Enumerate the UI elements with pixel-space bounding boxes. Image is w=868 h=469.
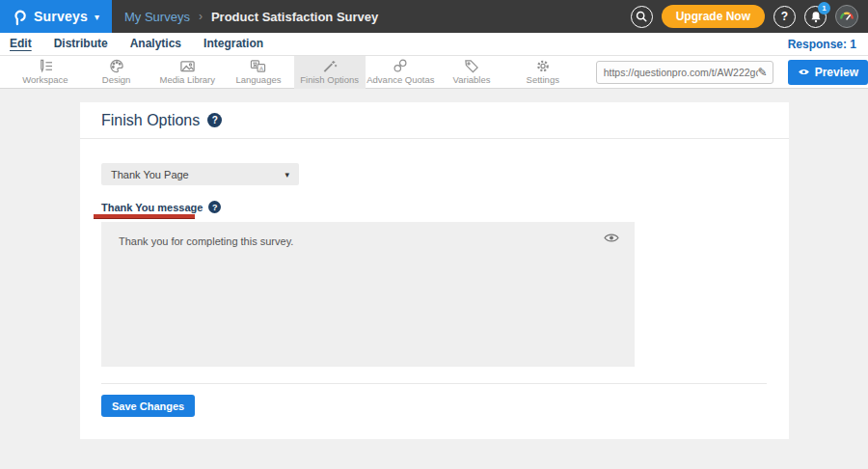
advance-quotas-icon <box>393 59 408 73</box>
notification-count-badge: 1 <box>818 2 830 14</box>
variables-icon <box>464 59 479 73</box>
preview-button[interactable]: Preview <box>788 60 868 85</box>
tab-variables[interactable]: Variables <box>436 56 507 89</box>
tab-languages[interactable]: A Languages <box>223 56 294 89</box>
user-avatar[interactable] <box>835 5 858 28</box>
edit-toolbar: Workspace Design Media Library A <box>0 56 868 89</box>
response-count[interactable]: Response: 1 <box>788 38 856 51</box>
preview-message-eye-icon[interactable] <box>604 230 619 247</box>
tab-integration[interactable]: Integration <box>203 37 263 51</box>
media-library-icon <box>179 59 196 73</box>
thank-you-message-help-icon[interactable]: ? <box>208 201 221 213</box>
chevron-down-icon: ▾ <box>95 12 99 22</box>
survey-url-field[interactable]: https://questionpro.com/t/AW222goC ✎ <box>596 61 773 84</box>
survey-nav: Edit Distribute Analytics Integration Re… <box>0 33 868 56</box>
thank-you-message-label: Thank You message <box>101 202 203 213</box>
thank-you-message-editor[interactable]: Thank you for completing this survey. <box>101 222 635 367</box>
breadcrumb-my-surveys[interactable]: My Surveys <box>124 10 190 24</box>
search-icon <box>636 11 647 22</box>
breadcrumb: My Surveys › Product Satisfaction Survey <box>124 10 378 24</box>
help-button[interactable]: ? <box>773 6 796 28</box>
tab-analytics[interactable]: Analytics <box>130 37 181 51</box>
settings-icon <box>535 59 551 73</box>
finish-type-selected-value: Thank You Page <box>111 169 189 180</box>
search-button[interactable] <box>631 6 653 28</box>
tab-distribute[interactable]: Distribute <box>54 37 108 51</box>
finish-options-help-icon[interactable]: ? <box>207 113 222 127</box>
design-icon <box>109 59 124 73</box>
finish-options-panel: Finish Options ? Thank You Page ▾ Thank … <box>80 102 789 439</box>
upgrade-now-button[interactable]: Upgrade Now <box>662 5 765 28</box>
tab-edit[interactable]: Edit <box>10 37 32 51</box>
workspace-icon <box>38 59 53 73</box>
survey-url-text: https://questionpro.com/t/AW222goC <box>604 67 758 78</box>
tab-finish-options[interactable]: Finish Options <box>294 56 366 89</box>
notifications-button[interactable]: 1 <box>804 6 827 28</box>
finish-type-select[interactable]: Thank You Page ▾ <box>101 163 299 185</box>
divider <box>101 383 767 384</box>
languages-icon: A <box>250 59 266 73</box>
tab-settings[interactable]: Settings <box>507 56 579 89</box>
chevron-down-icon: ▾ <box>285 170 289 179</box>
header-actions: Upgrade Now ? 1 <box>631 5 868 28</box>
gauge-icon <box>837 7 856 26</box>
breadcrumb-separator: › <box>199 10 203 23</box>
edit-url-icon[interactable]: ✎ <box>758 66 768 79</box>
thank-you-message-label-row: Thank You message ? <box>101 201 221 213</box>
product-label: Surveys <box>34 9 88 24</box>
tab-advance-quotas[interactable]: Advance Quotas <box>366 56 437 89</box>
product-switcher[interactable]: Surveys ▾ <box>0 0 112 33</box>
tab-design[interactable]: Design <box>81 56 152 89</box>
panel-header: Finish Options ? <box>80 102 789 139</box>
thank-you-message-text: Thank you for completing this survey. <box>119 235 293 247</box>
top-header: Surveys ▾ My Surveys › Product Satisfact… <box>0 0 868 33</box>
tab-workspace[interactable]: Workspace <box>10 56 81 89</box>
finish-options-icon <box>322 59 338 73</box>
breadcrumb-survey-name: Product Satisfaction Survey <box>211 10 378 24</box>
eye-icon <box>798 68 810 76</box>
tab-media-library[interactable]: Media Library <box>151 56 223 89</box>
page-title: Finish Options <box>101 112 200 129</box>
red-annotation-underline <box>94 214 195 219</box>
save-changes-button[interactable]: Save Changes <box>101 395 195 417</box>
questionpro-logo-icon <box>13 8 27 26</box>
